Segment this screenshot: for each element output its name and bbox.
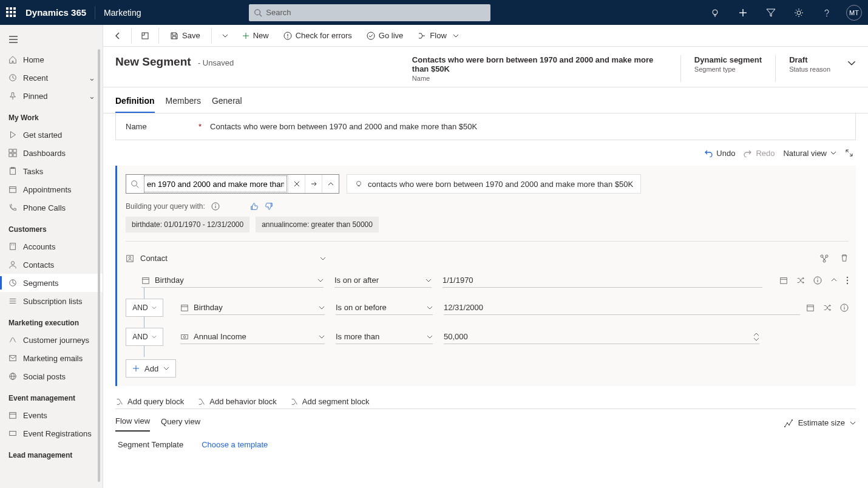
- new-button[interactable]: New: [236, 25, 275, 46]
- redo-button[interactable]: Redo: [744, 149, 775, 158]
- nav-social-posts[interactable]: Social posts: [0, 367, 103, 385]
- fullscreen-button[interactable]: [845, 149, 853, 157]
- chevron-up-icon[interactable]: [830, 276, 838, 283]
- flow-view-tab[interactable]: Flow view: [115, 414, 150, 432]
- nav-appointments[interactable]: Appointments: [0, 180, 103, 198]
- tab-members[interactable]: Members: [166, 92, 201, 113]
- label: Add segment block: [302, 397, 370, 406]
- entity-selector[interactable]: Contact: [126, 251, 326, 266]
- relationship-icon[interactable]: [819, 254, 829, 263]
- value-input-2[interactable]: 12/31/2000: [444, 300, 800, 315]
- submit-button[interactable]: [305, 175, 322, 193]
- delete-icon[interactable]: [840, 254, 849, 262]
- nav-home[interactable]: Home: [0, 50, 103, 69]
- view-mode-dropdown[interactable]: Natural view: [783, 149, 836, 158]
- thumbs-up-icon[interactable]: [250, 202, 259, 211]
- user-avatar[interactable]: MT: [846, 5, 862, 21]
- app-launcher-icon[interactable]: [6, 7, 17, 18]
- lightbulb-icon[interactable]: [707, 4, 724, 21]
- operator-selector-1[interactable]: Is on or after: [334, 273, 432, 288]
- chevron-down-icon: [152, 334, 157, 339]
- query-view-tab[interactable]: Query view: [161, 415, 200, 431]
- back-button[interactable]: [109, 25, 126, 46]
- nav-event-registrations[interactable]: Event Registrations: [0, 424, 103, 442]
- go-live-button[interactable]: Go live: [361, 25, 409, 46]
- flow-button[interactable]: Flow: [412, 25, 464, 46]
- more-icon[interactable]: [846, 276, 849, 285]
- collapse-button[interactable]: [322, 175, 339, 193]
- svg-point-77: [183, 336, 186, 338]
- value-input-3[interactable]: 50,000: [444, 330, 759, 344]
- calendar-icon[interactable]: [806, 303, 815, 312]
- operator-selector-2[interactable]: Is on or before: [336, 300, 433, 315]
- nav-tasks[interactable]: Tasks: [0, 162, 103, 180]
- save-dropdown[interactable]: [217, 25, 234, 46]
- entity-name: Contact: [140, 254, 168, 263]
- save-button[interactable]: Save: [164, 25, 206, 46]
- info-icon[interactable]: [211, 202, 220, 211]
- nav-recent[interactable]: Recent ⌄: [0, 69, 103, 87]
- check-errors-button[interactable]: Check for errors: [277, 25, 358, 46]
- nl-suggestion[interactable]: contacts who were born between 1970 and …: [347, 174, 641, 194]
- nav-get-started[interactable]: Get started: [0, 126, 103, 144]
- undo-button[interactable]: Undo: [704, 149, 735, 158]
- nav-dashboards[interactable]: Dashboards: [0, 144, 103, 162]
- thumbs-down-icon[interactable]: [265, 202, 273, 211]
- info-icon[interactable]: [840, 303, 849, 312]
- nav-accounts[interactable]: Accounts: [0, 237, 103, 256]
- nav-phone-calls[interactable]: Phone Calls: [0, 198, 103, 217]
- phone-icon: [8, 203, 17, 212]
- spin-up-icon[interactable]: [753, 333, 759, 337]
- page-title: New Segment - Unsaved: [115, 55, 234, 69]
- and-label: AND: [132, 303, 147, 312]
- add-segment-block-button[interactable]: Add segment block: [290, 397, 370, 406]
- value-text: 1/1/1970: [442, 276, 473, 285]
- list-icon: [8, 297, 17, 305]
- add-condition-button[interactable]: Add: [126, 359, 176, 378]
- clipboard-icon: [8, 167, 17, 175]
- nl-query-input[interactable]: [144, 175, 287, 192]
- header-segtype-value: Dynamic segment: [694, 55, 762, 64]
- nav-segments[interactable]: Segments: [0, 274, 103, 292]
- nav-marketing-emails[interactable]: Marketing emails: [0, 349, 103, 367]
- logic-operator-1[interactable]: AND: [126, 299, 163, 317]
- help-icon[interactable]: [818, 4, 835, 21]
- add-behavior-block-button[interactable]: Add behavior block: [197, 397, 277, 406]
- choose-template-link[interactable]: Choose a template: [202, 440, 268, 449]
- header-expand-button[interactable]: [847, 55, 856, 67]
- estimate-size-button[interactable]: Estimate size: [784, 418, 856, 428]
- value-input-1[interactable]: 1/1/1970: [442, 273, 762, 288]
- svg-point-80: [784, 426, 785, 427]
- nav-events[interactable]: Events: [0, 406, 103, 424]
- shuffle-icon[interactable]: [796, 276, 805, 285]
- calendar-icon: [8, 411, 17, 419]
- add-query-block-button[interactable]: Add query block: [115, 397, 184, 406]
- tab-definition[interactable]: Definition: [115, 92, 155, 113]
- open-new-window-button[interactable]: [137, 25, 154, 46]
- clear-button[interactable]: [288, 175, 305, 193]
- nav-pinned[interactable]: Pinned ⌄: [0, 87, 103, 105]
- info-icon[interactable]: [813, 276, 822, 285]
- tab-general[interactable]: General: [212, 92, 242, 113]
- nav-subscription-lists[interactable]: Subscription lists: [0, 292, 103, 310]
- filter-icon[interactable]: [762, 4, 779, 21]
- nav-customer-journeys[interactable]: Customer journeys: [0, 331, 103, 349]
- field-selector-income[interactable]: Annual Income: [180, 330, 325, 344]
- gear-icon[interactable]: [790, 4, 807, 21]
- field-selector-birthday-1[interactable]: Birthday: [141, 273, 324, 288]
- name-field-value[interactable]: Contacts who were born between 1970 and …: [210, 122, 846, 131]
- shuffle-icon[interactable]: [823, 303, 832, 312]
- spin-down-icon[interactable]: [753, 337, 759, 341]
- operator-selector-3[interactable]: Is more than: [336, 330, 433, 344]
- arrow-right-icon: [310, 180, 317, 188]
- scrollbar[interactable]: [98, 49, 100, 482]
- global-search[interactable]: Search: [249, 4, 490, 21]
- new-label: New: [253, 31, 269, 40]
- nav-contacts[interactable]: Contacts: [0, 256, 103, 274]
- calendar-icon[interactable]: [779, 276, 788, 285]
- svg-rect-71: [807, 305, 814, 311]
- plus-icon[interactable]: [734, 4, 751, 21]
- logic-operator-2[interactable]: AND: [126, 328, 163, 346]
- nav-collapse-button[interactable]: [0, 29, 103, 50]
- field-selector-birthday-2[interactable]: Birthday: [180, 300, 325, 315]
